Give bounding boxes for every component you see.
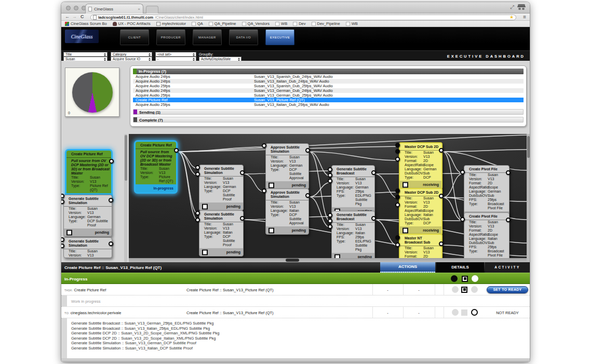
node-port[interactable] <box>395 157 400 161</box>
bookmark-item[interactable]: Dev <box>293 21 305 26</box>
status-toggle-square[interactable] <box>462 276 468 282</box>
node-port[interactable] <box>262 143 266 148</box>
node-checkbox[interactable] <box>269 182 274 188</box>
browser-menu-icon[interactable]: ≡ <box>523 14 526 20</box>
node-port[interactable] <box>262 188 266 193</box>
group-header-sending[interactable]: Sending (1) <box>133 109 524 115</box>
tab-close-icon[interactable]: × <box>138 7 140 11</box>
node-port[interactable] <box>439 241 444 246</box>
bookmark-item[interactable]: mytechnicolor <box>156 21 186 26</box>
bookmark-item[interactable]: QA_Pipeline <box>209 21 236 26</box>
bookmark-item[interactable]: CineGlass Scrum Bo <box>65 21 107 26</box>
activity-row[interactable]: Acquire Audio 25fps Susan_V13_Italian_Du… <box>133 102 524 107</box>
task-toggle-circle-2[interactable] <box>471 286 478 293</box>
category-filter-select[interactable]: Category <box>111 52 152 57</box>
node-port[interactable] <box>240 170 245 175</box>
bookmark-item[interactable]: Dev_Pipeline <box>312 21 340 26</box>
status-toggle-circle[interactable] <box>472 275 478 282</box>
role-nav-button[interactable]: CLIENT <box>120 30 149 45</box>
node-port[interactable] <box>395 195 400 199</box>
activity-row[interactable]: Acquire Audio 24fps Susan_V13_Spanish_Du… <box>133 74 524 79</box>
graph-node-mnbs[interactable]: Master NT Broadcast SubTitle:SusanVersio… <box>399 234 442 258</box>
node-port[interactable] <box>371 216 376 221</box>
to-toggle-circle-1[interactable] <box>452 309 459 316</box>
canvas-v-scrollbar[interactable] <box>527 134 530 262</box>
node-port[interactable] <box>439 148 444 153</box>
browser-tab[interactable]: CineGlass × <box>85 4 143 14</box>
node-port[interactable] <box>439 194 444 198</box>
status-toggle-filled-circle[interactable] <box>451 275 458 282</box>
url-bar[interactable]: ladcscglswb01.t1.thmulti.com/CineGlass/c… <box>90 15 516 20</box>
graph-node-gss1[interactable]: Generate Subtitle SimulationTitle:SusanV… <box>199 165 244 211</box>
graph-node-ass2[interactable]: Approve Subtitle SimulationTitle:SusanVe… <box>265 188 309 235</box>
bookmark-item[interactable]: WB <box>346 21 358 26</box>
role-nav-button[interactable]: PRODUCER <box>156 30 185 45</box>
node-port[interactable] <box>328 179 332 183</box>
graph-node-cpf1[interactable]: Create Pivot FileTitle:SusanVersion:V13F… <box>464 165 509 220</box>
node-port[interactable] <box>109 159 114 164</box>
close-window-button[interactable] <box>66 6 71 10</box>
node-port[interactable] <box>328 213 332 218</box>
node-port[interactable] <box>328 173 332 178</box>
graph-node-cpr[interactable]: Create Picture RefPull source from OV DC… <box>134 140 178 194</box>
graph-node-s2[interactable]: Generate Subtitle SimulationTitle:SusanV… <box>63 195 112 237</box>
graph-node-s3[interactable]: Generate Subtitle SimulationTitle:SusanV… <box>63 237 112 258</box>
task-toggle-circle-1[interactable] <box>452 286 459 293</box>
node-checkbox[interactable] <box>403 227 408 233</box>
node-checkbox[interactable] <box>202 204 208 209</box>
activity-row[interactable]: Acquire Audio 25fps Susan_V13_German_Dub… <box>133 93 524 98</box>
task-row[interactable]: TASK: Create Picture Ref Create Picture … <box>61 284 530 295</box>
node-port[interactable] <box>195 218 200 222</box>
node-port[interactable] <box>395 188 400 193</box>
graph-node-gss2[interactable]: Generate Subtitle SimulationTitle:SusanV… <box>199 210 244 257</box>
role-nav-button[interactable]: MANAGER <box>193 30 222 45</box>
node-port[interactable] <box>395 203 400 207</box>
to-toggle-ring[interactable] <box>471 309 478 316</box>
sidebar-scrollbar[interactable] <box>124 134 127 262</box>
graph-node-mds1[interactable]: Master DCP Sub 2DTitle:SusanVersion:V13F… <box>399 142 442 190</box>
to-toggle-square[interactable] <box>461 309 467 316</box>
node-port[interactable] <box>195 165 200 170</box>
group-header-complete[interactable]: Complete (7) <box>133 117 524 123</box>
graph-node-cpf2[interactable]: Create Pivot FileTitle:SusanVersion:V13F… <box>464 212 509 258</box>
node-port[interactable] <box>395 242 400 247</box>
node-port[interactable] <box>305 193 310 198</box>
role-nav-button[interactable]: DATA I/O <box>229 30 258 45</box>
back-button[interactable]: ← <box>65 14 70 19</box>
reload-button[interactable]: C <box>81 14 84 19</box>
graph-node-gsb2[interactable]: Generate Subtitle BroadcastTitle:SusanVe… <box>331 211 375 258</box>
activity-row[interactable]: Create Picture Ref Susan_V13_Picture Ref… <box>133 98 524 102</box>
set-to-ready-button[interactable]: SET TO READY <box>487 286 528 293</box>
node-port[interactable] <box>395 149 400 154</box>
to-row[interactable]: TO: cineglass.technicolor.perivale Creat… <box>61 307 530 318</box>
node-checkbox[interactable] <box>269 227 274 233</box>
node-port[interactable] <box>460 170 465 174</box>
task-toggle-square[interactable] <box>461 287 467 293</box>
bookmark-item[interactable]: WB <box>275 21 287 26</box>
bookmark-star-icon[interactable]: ★ <box>509 15 514 20</box>
forward-button[interactable]: → <box>72 14 77 19</box>
fullscreen-icon[interactable]: ⤢ <box>510 4 514 10</box>
notset-filter-select[interactable]: <not set> <box>155 52 196 57</box>
node-port[interactable] <box>395 235 400 240</box>
role-nav-button[interactable]: EXECUTIVE <box>265 30 294 45</box>
workflow-canvas[interactable]: Create Picture RefPull source from OV DC… <box>129 134 527 258</box>
node-port[interactable] <box>395 143 400 147</box>
canvas-h-scrollbar[interactable] <box>129 258 527 262</box>
graph-node-ass1[interactable]: Approve Subtitle SimulationTitle:SusanVe… <box>265 143 309 190</box>
node-port[interactable] <box>109 241 113 246</box>
node-port[interactable] <box>109 198 113 203</box>
node-port[interactable] <box>371 170 376 175</box>
node-port[interactable] <box>195 172 200 177</box>
node-port[interactable] <box>506 218 511 222</box>
node-port[interactable] <box>460 217 465 222</box>
node-port[interactable] <box>328 167 332 172</box>
title-filter-select[interactable]: Title <box>63 52 108 57</box>
activity-row[interactable]: Acquire Audio 25fps Susan_V13_Spanish_Du… <box>133 84 524 88</box>
node-port[interactable] <box>240 216 245 221</box>
node-checkbox[interactable] <box>66 230 72 235</box>
node-port[interactable] <box>195 211 200 215</box>
graph-node-gsb1[interactable]: Generate Subtitle BroadcastTitle:SusanVe… <box>331 165 375 215</box>
tab-actions[interactable]: ACTIONS <box>380 262 435 273</box>
node-checkbox[interactable] <box>202 249 208 255</box>
